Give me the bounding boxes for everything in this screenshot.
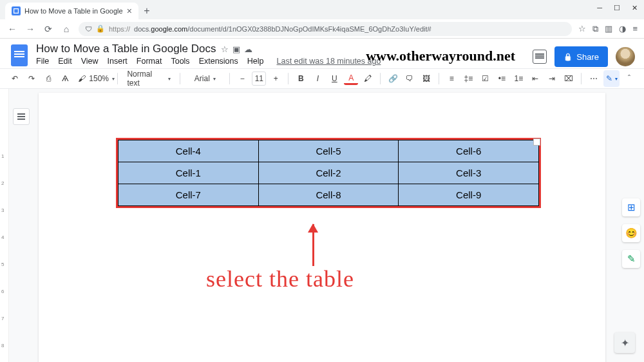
url-host: docs.google.com/document/d/1nOGX0z388bDJ… (134, 25, 431, 33)
toolbar: ↶ ↷ ⎙ Ѧ 🖌 150% Normal text Arial − 11 + … (0, 68, 644, 89)
menu-view[interactable]: View (81, 57, 99, 66)
table-cell[interactable]: Cell-4 (118, 140, 259, 162)
window-controls: ─ ☐ ✕ (597, 4, 638, 12)
move-icon[interactable]: ▣ (232, 44, 240, 54)
suggest-button[interactable]: ✎ (622, 250, 640, 268)
close-window-icon[interactable]: ✕ (632, 4, 638, 12)
table-cell[interactable]: Cell-1 (118, 162, 259, 184)
selected-table[interactable]: Cell-4Cell-5Cell-6Cell-1Cell-2Cell-3Cell… (116, 138, 541, 208)
more-icon[interactable]: ⋯ (587, 71, 601, 86)
menu-extensions[interactable]: Extensions (199, 57, 238, 66)
spellcheck-icon[interactable]: Ѧ (58, 71, 72, 86)
font-size-input[interactable]: 11 (252, 71, 266, 86)
extension-icon[interactable]: ⧉ (592, 24, 598, 34)
cloud-icon[interactable]: ☁ (244, 44, 252, 54)
extension2-icon[interactable]: ▥ (605, 24, 612, 34)
collapse-toolbar-icon[interactable]: ˆ (622, 71, 636, 86)
table-cell[interactable]: Cell-2 (258, 162, 399, 184)
bullet-list-icon[interactable]: •≡ (495, 71, 509, 86)
explore-button[interactable]: ✦ (614, 332, 635, 353)
document-page[interactable]: Cell-4Cell-5Cell-6Cell-1Cell-2Cell-3Cell… (39, 93, 605, 362)
docs-logo[interactable] (9, 43, 30, 68)
outline-button[interactable] (13, 108, 30, 125)
paint-icon[interactable]: 🖌 (75, 71, 89, 86)
back-icon[interactable]: ← (6, 23, 18, 35)
number-list-icon[interactable]: 1≡ (511, 71, 526, 86)
text-color-icon[interactable]: A (344, 72, 358, 85)
url-field[interactable]: 🛡 🔒 https://docs.google.com/document/d/1… (79, 22, 572, 36)
table-cell[interactable]: Cell-5 (258, 140, 399, 162)
print-icon[interactable]: ⎙ (41, 71, 55, 86)
browser-tab-strip: How to Move a Table in Google × + ─ ☐ ✕ (0, 0, 644, 19)
bold-icon[interactable]: B (294, 71, 308, 86)
annotation-text: select the table (206, 265, 354, 292)
italic-icon[interactable]: I (310, 71, 325, 86)
menu-file[interactable]: File (36, 57, 49, 66)
minimize-icon[interactable]: ─ (597, 4, 602, 12)
add-comment-button[interactable]: ⊞ (622, 198, 640, 216)
highlight-icon[interactable]: 🖍 (361, 71, 375, 86)
menu-format[interactable]: Format (137, 57, 162, 66)
shield-icon: 🛡 (85, 25, 92, 33)
align-icon[interactable]: ≡ (444, 71, 459, 86)
annotation-arrow (312, 224, 314, 266)
close-tab-icon[interactable]: × (127, 6, 132, 16)
checklist-icon[interactable]: ☑ (478, 71, 492, 86)
home-icon[interactable]: ⌂ (61, 23, 72, 35)
table-handle[interactable] (533, 138, 540, 146)
link-icon[interactable]: 🔗 (386, 71, 400, 86)
emoji-button[interactable]: 😊 (622, 224, 640, 242)
table-cell[interactable]: Cell-3 (399, 162, 539, 184)
undo-icon[interactable]: ↶ (8, 71, 22, 86)
canvas-area: 12345678 Cell-4Cell-5Cell-6Cell-1Cell-2C… (0, 89, 644, 362)
underline-icon[interactable]: U (327, 71, 341, 86)
vertical-ruler[interactable]: 12345678 (0, 89, 9, 362)
menu-tools[interactable]: Tools (171, 57, 189, 66)
table-cell[interactable]: Cell-6 (399, 140, 539, 162)
menu-insert[interactable]: Insert (108, 57, 128, 66)
style-select[interactable]: Normal text (123, 71, 175, 86)
reload-icon[interactable]: ⟳ (43, 23, 54, 35)
docs-header: How to Move a Table in Google Docs ☆ ▣ ☁… (0, 39, 644, 68)
maximize-icon[interactable]: ☐ (614, 4, 620, 12)
dec-font-icon[interactable]: − (235, 71, 249, 86)
clear-format-icon[interactable]: ⌧ (562, 71, 576, 86)
zoom-select[interactable]: 150% (91, 71, 112, 86)
inc-font-icon[interactable]: + (269, 71, 283, 86)
star-icon[interactable]: ☆ (221, 44, 229, 54)
lock-icon: 🔒 (96, 24, 105, 33)
watermark-text: www.otherwayround.net (366, 48, 515, 64)
document-title[interactable]: How to Move a Table in Google Docs (36, 43, 216, 55)
browser-tab[interactable]: How to Move a Table in Google × (5, 3, 138, 19)
tab-title: How to Move a Table in Google (24, 7, 123, 15)
bookmark-icon[interactable]: ☆ (578, 24, 586, 34)
line-spacing-icon[interactable]: ‡≡ (461, 71, 475, 86)
menu-edit[interactable]: Edit (58, 57, 72, 66)
address-bar: ← → ⟳ ⌂ 🛡 🔒 https://docs.google.com/docu… (0, 19, 644, 39)
new-tab-button[interactable]: + (138, 3, 155, 19)
font-select[interactable]: Arial (185, 71, 224, 86)
docs-favicon (12, 6, 21, 15)
inc-indent-icon[interactable]: ⇥ (545, 71, 559, 86)
last-edit-info[interactable]: Last edit was 18 minutes ago (277, 57, 381, 66)
avatar[interactable] (616, 47, 635, 66)
image-icon[interactable]: 🖼 (419, 71, 433, 86)
side-tools: ⊞ 😊 ✎ (622, 198, 640, 268)
share-button[interactable]: Share (554, 46, 608, 67)
profile-icon[interactable]: ◑ (619, 24, 626, 34)
table-cell[interactable]: Cell-9 (399, 184, 539, 206)
forward-icon[interactable]: → (24, 23, 36, 35)
url-protocol: https:// (109, 25, 130, 33)
editing-mode-button[interactable]: ✎ (603, 70, 620, 87)
comments-icon[interactable] (533, 50, 547, 64)
table-cell[interactable]: Cell-7 (118, 184, 259, 206)
table-cell[interactable]: Cell-8 (258, 184, 399, 206)
dec-indent-icon[interactable]: ⇤ (528, 71, 542, 86)
redo-icon[interactable]: ↷ (24, 71, 39, 86)
menu-icon[interactable]: ≡ (632, 24, 638, 34)
menu-help[interactable]: Help (247, 57, 264, 66)
comment-icon[interactable]: 🗨 (402, 71, 417, 86)
